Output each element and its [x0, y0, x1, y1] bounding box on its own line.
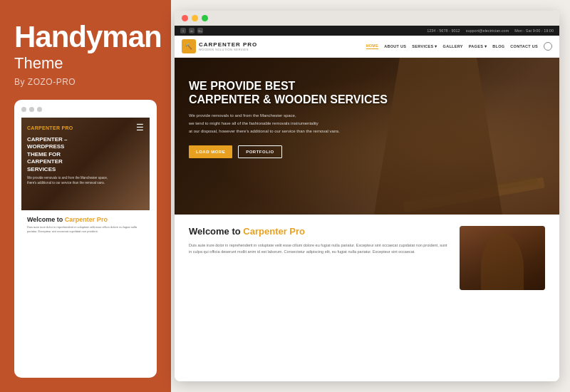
mobile-dot-yellow	[29, 107, 34, 112]
hero-content: WE PROVIDE BEST CARPENTER & WOODEN SERVI…	[175, 58, 559, 180]
nav-logo-icon: 🔨	[182, 39, 196, 53]
welcome-text: Welcome to Carpenter Pro Duis aute irure…	[189, 226, 448, 370]
mobile-mockup: CARPENTER PRO ☰ Carpenter –WordPressthem…	[14, 100, 157, 378]
nav-gallery[interactable]: GALLERY	[443, 44, 463, 48]
titlebar-dot-red	[182, 15, 188, 21]
theme-title: Handyman	[14, 21, 157, 53]
theme-author: By ZOZO-PRO	[14, 77, 157, 87]
topbar-hours: Mon - Sat 9:00 - 19:00	[514, 29, 554, 33]
nav-about[interactable]: ABOUT US	[384, 44, 406, 48]
facebook-icon[interactable]: f	[180, 28, 186, 33]
googleplus-icon[interactable]: G+	[197, 28, 203, 33]
mobile-titlebar	[21, 107, 150, 112]
hero-buttons: LOAD MORE PORTFOLIO	[189, 145, 545, 158]
right-panel: f in G+ 1234 - 5678 - 9012 support@elect…	[171, 0, 570, 392]
desktop-titlebar	[175, 11, 559, 26]
mobile-dot-green	[37, 107, 42, 112]
nav-pages[interactable]: PAGES ▾	[469, 44, 487, 48]
topbar-email: support@electrician.com	[466, 29, 509, 33]
theme-subtitle: Theme	[14, 54, 157, 73]
welcome-image	[460, 226, 545, 290]
nav-contact[interactable]: CONTACT US	[510, 44, 538, 48]
titlebar-dot-yellow	[192, 15, 198, 21]
site-nav: 🔨 CARPENTER PRO WOODEN SOLUTION SERVIES …	[175, 36, 559, 58]
mobile-welcome: Welcome to Carpenter Pro Duis aute irure…	[21, 210, 150, 237]
mobile-logo: CARPENTER PRO	[27, 125, 73, 130]
site-hero: WE PROVIDE BEST CARPENTER & WOODEN SERVI…	[175, 58, 559, 215]
mobile-welcome-title: Welcome to Carpenter Pro	[27, 216, 144, 223]
nav-links: HOME ABOUT US SERVICES ▾ GALLERY PAGES ▾…	[366, 42, 553, 51]
nav-blog[interactable]: BLOG	[492, 44, 504, 48]
nav-home[interactable]: HOME	[366, 43, 379, 49]
nav-logo: 🔨 CARPENTER PRO WOODEN SOLUTION SERVIES	[182, 39, 257, 53]
mobile-nav: CARPENTER PRO ☰	[27, 123, 144, 132]
hero-title: WE PROVIDE BEST CARPENTER & WOODEN SERVI…	[189, 79, 545, 106]
nav-logo-text: CARPENTER PRO WOODEN SOLUTION SERVIES	[199, 41, 257, 51]
load-more-button[interactable]: LOAD MORE	[189, 145, 232, 158]
hero-description: We provide removals to and from the Manc…	[189, 112, 374, 135]
topbar-phone: 1234 - 5678 - 9012	[427, 29, 460, 33]
site-welcome: Welcome to Carpenter Pro Duis aute irure…	[175, 215, 559, 381]
mobile-hero-title: Carpenter –WordPresstheme forcarpenterse…	[27, 136, 144, 173]
mobile-hero: CARPENTER PRO ☰ Carpenter –WordPressthem…	[21, 118, 150, 210]
topbar-right: 1234 - 5678 - 9012 support@electrician.c…	[427, 29, 554, 33]
welcome-body: Duis aute irure dolor in reprehenderit i…	[189, 242, 448, 256]
desktop-mockup: f in G+ 1234 - 5678 - 9012 support@elect…	[175, 11, 559, 381]
left-panel: Handyman Theme By ZOZO-PRO CARPENTER PRO…	[0, 0, 171, 392]
welcome-title: Welcome to Carpenter Pro	[189, 226, 448, 237]
nav-services[interactable]: SERVICES ▾	[412, 44, 437, 48]
mobile-hero-sub: We provide removals to and from the Manc…	[27, 176, 144, 186]
site-topbar: f in G+ 1234 - 5678 - 9012 support@elect…	[175, 26, 559, 36]
mobile-welcome-text: Duis aute irure dolor in reprehenderit i…	[27, 225, 144, 234]
portfolio-button[interactable]: PORTFOLIO	[238, 145, 282, 158]
titlebar-dot-green	[202, 15, 208, 21]
twitter-icon[interactable]: in	[189, 28, 195, 33]
mobile-content: CARPENTER PRO ☰ Carpenter –WordPressthem…	[21, 118, 150, 371]
topbar-left: f in G+	[180, 28, 203, 33]
mobile-dot-red	[21, 107, 26, 112]
nav-search-icon[interactable]	[544, 42, 552, 51]
mobile-hamburger-icon[interactable]: ☰	[136, 123, 144, 132]
desktop-body: f in G+ 1234 - 5678 - 9012 support@elect…	[175, 26, 559, 381]
